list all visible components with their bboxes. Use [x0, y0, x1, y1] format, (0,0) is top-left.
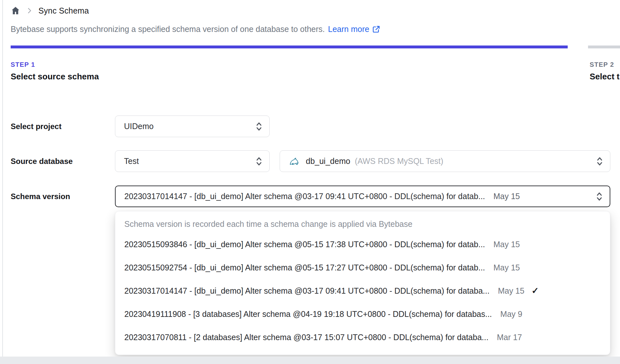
select-chevrons-icon [255, 156, 263, 167]
schema-version-label: Schema version [11, 186, 70, 207]
step-2-label: STEP 2 [590, 61, 614, 68]
sync-schema-page: Sync Schema Bytebase supports synchroniz… [0, 0, 620, 364]
environment-select[interactable]: Test [115, 150, 270, 172]
home-icon[interactable] [11, 6, 20, 15]
select-chevrons-icon [596, 156, 604, 167]
database-detail: (AWS RDS MySQL Test) [355, 157, 443, 166]
database-select[interactable]: db_ui_demo (AWS RDS MySQL Test) [280, 150, 610, 172]
option-date: May 15 [498, 286, 524, 296]
schema-version-value: 20230317014147 - [db_ui_demo] Alter sche… [124, 192, 485, 201]
page-title: Sync Schema [38, 6, 89, 15]
schema-version-option[interactable]: 20230515093846 - [db_ui_demo] Alter sche… [115, 233, 610, 256]
step-1-title: Select source schema [11, 72, 99, 82]
schema-version-option[interactable]: 20230317014147 - [db_ui_demo] Alter sche… [115, 279, 610, 302]
progress-bar-step1 [11, 46, 568, 48]
breadcrumb: Sync Schema [11, 6, 89, 15]
step-1-label: STEP 1 [11, 61, 35, 68]
schema-version-dropdown: Schema version is recorded each time a s… [115, 211, 610, 355]
step-2-title: Select t [590, 72, 620, 82]
check-icon: ✓ [532, 286, 539, 296]
bottom-strip [0, 357, 620, 364]
select-project-label: Select project [11, 116, 61, 137]
breadcrumb-chevron-icon [26, 7, 33, 15]
progress-bar-step2 [588, 46, 620, 48]
select-chevrons-icon [595, 191, 603, 202]
intro-line: Bytebase supports synchronizing a specif… [11, 25, 380, 34]
schema-version-option[interactable]: 20230317070811 - [2 databases] Alter sch… [115, 326, 610, 349]
option-text: 20230317070811 - [2 databases] Alter sch… [124, 333, 489, 342]
option-text: 20230317014147 - [db_ui_demo] Alter sche… [124, 286, 490, 296]
learn-more-link[interactable]: Learn more [328, 25, 380, 34]
left-divider [2, 0, 3, 364]
environment-select-value: Test [124, 157, 139, 166]
project-select[interactable]: UIDemo [115, 116, 270, 137]
project-select-value: UIDemo [124, 122, 154, 131]
learn-more-label: Learn more [328, 25, 369, 34]
option-date: May 15 [493, 240, 520, 249]
dropdown-hint: Schema version is recorded each time a s… [115, 211, 610, 233]
source-database-label: Source database [11, 150, 73, 172]
schema-version-option[interactable]: 20230515092754 - [db_ui_demo] Alter sche… [115, 256, 610, 279]
database-name: db_ui_demo [306, 157, 350, 166]
schema-version-date: May 15 [493, 192, 520, 201]
option-text: 20230515092754 - [db_ui_demo] Alter sche… [124, 263, 485, 272]
schema-version-option[interactable]: 20230419111908 - [3 databases] Alter sch… [115, 302, 610, 326]
select-chevrons-icon [255, 121, 263, 132]
option-date: May 9 [500, 309, 522, 319]
option-text: 20230515093846 - [db_ui_demo] Alter sche… [124, 240, 485, 249]
mysql-icon [289, 156, 300, 167]
schema-version-select[interactable]: 20230317014147 - [db_ui_demo] Alter sche… [115, 186, 610, 207]
option-text: 20230419111908 - [3 databases] Alter sch… [124, 309, 492, 319]
schema-version-options: 20230515093846 - [db_ui_demo] Alter sche… [115, 233, 610, 349]
external-link-icon [372, 25, 380, 34]
option-date: Mar 17 [497, 333, 522, 342]
intro-text: Bytebase supports synchronizing a specif… [11, 25, 325, 34]
option-date: May 15 [493, 263, 520, 272]
